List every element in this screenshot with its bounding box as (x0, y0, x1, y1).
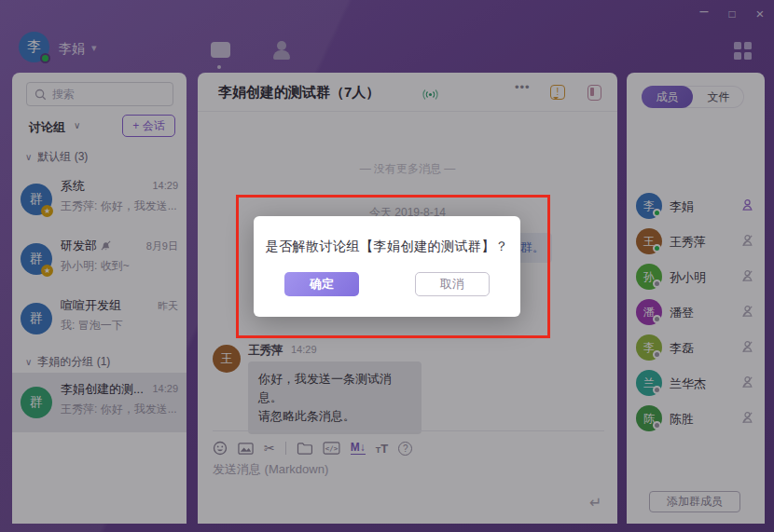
app-window: 李 李娟 ▾ – □ × 讨论组 ∨ + 会话 ∨默认组 (3) 群 ★ 系统 … (0, 0, 774, 532)
annotation-highlight-rectangle (236, 195, 550, 338)
